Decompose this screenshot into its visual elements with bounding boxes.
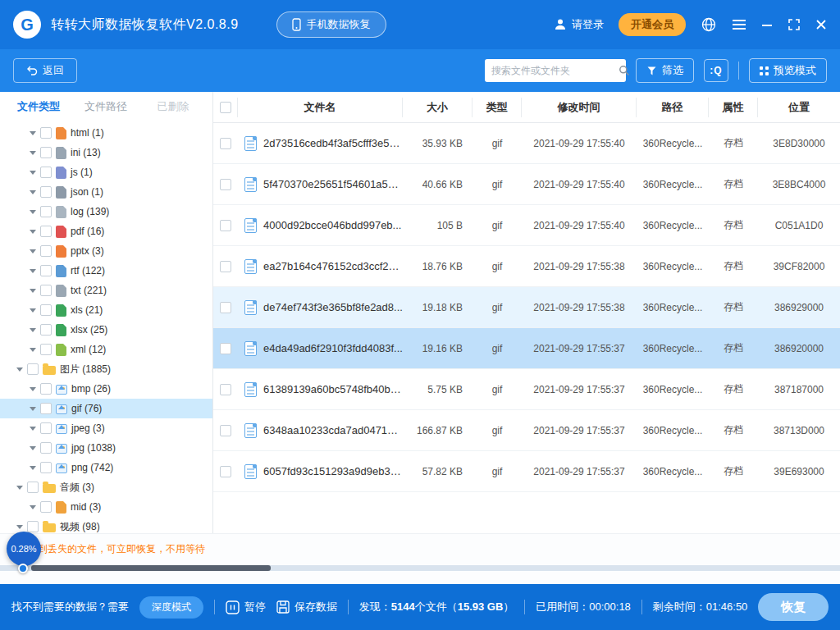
column-size[interactable]: 大小	[403, 98, 472, 117]
expand-arrow-icon[interactable]	[30, 151, 36, 155]
expand-arrow-icon[interactable]	[30, 190, 36, 194]
tree-checkbox[interactable]	[40, 422, 52, 434]
table-row[interactable]: 6348aa10233cda7ad047146...166.87 KBgif20…	[213, 410, 840, 451]
expand-arrow-icon[interactable]	[16, 525, 23, 529]
table-row[interactable]: ea27b164c476152cd3ccf20...18.76 KBgif202…	[213, 246, 840, 287]
table-row[interactable]: 4000d92bcce046bdd997eb...105 Bgif2021-09…	[213, 205, 840, 246]
tree-checkbox[interactable]	[40, 206, 52, 217]
expand-arrow-icon[interactable]	[30, 230, 36, 234]
row-checkbox[interactable]	[220, 384, 231, 395]
expand-arrow-icon[interactable]	[30, 210, 36, 214]
tree-item-video-folder[interactable]: 视频 (98)	[0, 517, 212, 533]
tree-checkbox[interactable]	[40, 442, 52, 454]
minimize-button[interactable]	[761, 19, 773, 30]
tree-checkbox[interactable]	[40, 147, 52, 158]
row-checkbox[interactable]	[220, 138, 231, 149]
row-checkbox[interactable]	[220, 302, 231, 313]
expand-arrow-icon[interactable]	[30, 308, 36, 313]
tree-checkbox[interactable]	[40, 285, 52, 296]
tree-checkbox[interactable]	[27, 482, 39, 493]
tree-item-log[interactable]: log (139)	[0, 202, 212, 221]
tree-checkbox[interactable]	[40, 344, 52, 355]
tree-checkbox[interactable]	[40, 403, 52, 414]
preview-mode-button[interactable]: 预览模式	[749, 58, 827, 83]
pause-button[interactable]: 暂停	[226, 600, 266, 614]
tree-checkbox[interactable]	[40, 501, 52, 513]
column-type[interactable]: 类型	[472, 98, 522, 117]
search-input[interactable]	[491, 65, 619, 76]
tree-checkbox[interactable]	[40, 226, 52, 237]
tab-deleted[interactable]: 已删除	[139, 99, 207, 114]
row-checkbox[interactable]	[220, 220, 231, 231]
menu-icon[interactable]	[732, 19, 746, 30]
phone-recovery-button[interactable]: 手机数据恢复	[276, 11, 386, 38]
tree-item-ini[interactable]: ini (13)	[0, 143, 212, 162]
tree-checkbox[interactable]	[40, 304, 52, 316]
expand-arrow-icon[interactable]	[30, 407, 36, 411]
table-row[interactable]: 2d73516cedb4f3af5cfff3e5a...35.93 KBgif2…	[213, 123, 840, 164]
row-checkbox[interactable]	[220, 261, 231, 272]
expand-arrow-icon[interactable]	[30, 466, 36, 470]
filter-button[interactable]: 筛选	[636, 58, 694, 83]
tree-item-jpg[interactable]: jpg (1038)	[0, 438, 212, 458]
tree-item-xml[interactable]: xml (12)	[0, 340, 212, 359]
tree-item-audio-folder[interactable]: 音频 (3)	[0, 477, 212, 497]
tab-file-path[interactable]: 文件路径	[72, 99, 139, 114]
tree-item-jpeg[interactable]: jpeg (3)	[0, 418, 212, 438]
tree-item-pdf[interactable]: pdf (16)	[0, 221, 212, 241]
search-icon[interactable]	[619, 65, 630, 76]
tree-checkbox[interactable]	[40, 167, 52, 178]
tree-item-xls[interactable]: xls (21)	[0, 300, 212, 320]
save-data-button[interactable]: 保存数据	[276, 600, 337, 614]
column-location[interactable]: 位置	[758, 100, 840, 115]
tree-item-bmp[interactable]: bmp (26)	[0, 379, 212, 399]
tree-item-json[interactable]: json (1)	[0, 182, 212, 202]
expand-arrow-icon[interactable]	[30, 427, 36, 431]
table-row[interactable]: 6057fd93c151293a9d9eb32...57.82 KBgif202…	[213, 451, 840, 492]
expand-arrow-icon[interactable]	[30, 387, 36, 391]
table-row[interactable]: 61389139a60bc5748fb40b8...5.75 KBgif2021…	[213, 369, 840, 410]
scan-progress-thumb[interactable]	[31, 565, 271, 571]
column-attribute[interactable]: 属性	[709, 98, 758, 117]
tree-item-txt[interactable]: txt (221)	[0, 281, 212, 300]
tree-checkbox[interactable]	[40, 127, 52, 139]
tree-item-js[interactable]: js (1)	[0, 162, 212, 182]
tree-checkbox[interactable]	[27, 363, 39, 375]
column-path[interactable]: 路径	[637, 98, 709, 117]
expand-arrow-icon[interactable]	[16, 368, 23, 372]
advanced-search-button[interactable]: :Q	[704, 59, 728, 82]
tree-item-mid[interactable]: mid (3)	[0, 497, 212, 517]
tree-checkbox[interactable]	[40, 324, 52, 336]
scan-progress-handle[interactable]	[18, 564, 28, 573]
recover-button[interactable]: 恢复	[758, 593, 829, 621]
expand-arrow-icon[interactable]	[16, 486, 23, 490]
tab-file-type[interactable]: 文件类型	[5, 99, 72, 114]
expand-arrow-icon[interactable]	[30, 505, 36, 509]
expand-arrow-icon[interactable]	[30, 289, 36, 293]
tree-item-rtf[interactable]: rtf (122)	[0, 261, 212, 281]
login-button[interactable]: 请登录	[554, 17, 604, 32]
tree-item-png[interactable]: png (742)	[0, 458, 212, 477]
back-button[interactable]: 返回	[13, 58, 77, 83]
expand-arrow-icon[interactable]	[30, 446, 36, 450]
deep-mode-button[interactable]: 深度模式	[139, 596, 203, 619]
column-modified[interactable]: 修改时间	[522, 98, 637, 117]
select-all-checkbox[interactable]	[220, 102, 231, 113]
tree-item-pictures-folder[interactable]: 图片 (1885)	[0, 359, 212, 379]
tree-item-html[interactable]: html (1)	[0, 123, 212, 143]
maximize-button[interactable]	[788, 18, 801, 31]
column-filename[interactable]: 文件名	[238, 98, 403, 117]
row-checkbox[interactable]	[220, 343, 231, 354]
table-row[interactable]: e4da49ad6f2910f3fdd4083f...19.16 KBgif20…	[213, 328, 840, 369]
expand-arrow-icon[interactable]	[30, 171, 36, 175]
table-row[interactable]: de74ef743f3e365bf8fe2ad8...19.18 KBgif20…	[213, 287, 840, 328]
close-button[interactable]	[815, 19, 827, 30]
expand-arrow-icon[interactable]	[30, 131, 36, 135]
row-checkbox[interactable]	[220, 425, 231, 436]
tree-item-gif[interactable]: gif (76)	[0, 399, 212, 418]
tree-item-pptx[interactable]: pptx (3)	[0, 241, 212, 261]
table-row[interactable]: 5f470370e25651f54601a5a6...40.66 KBgif20…	[213, 164, 840, 205]
globe-icon[interactable]	[701, 16, 717, 33]
expand-arrow-icon[interactable]	[30, 269, 36, 273]
expand-arrow-icon[interactable]	[30, 348, 36, 352]
